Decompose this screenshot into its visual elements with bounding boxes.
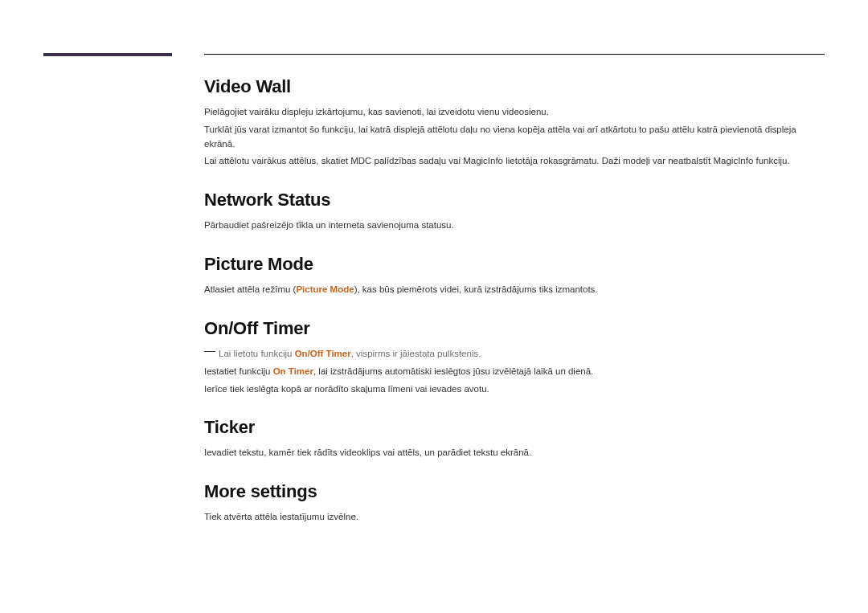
document-content: Video WallPielāgojiet vairāku displeju i… bbox=[204, 76, 825, 528]
body-text: Lai attēlotu vairākus attēlus, skatiet M… bbox=[204, 154, 825, 169]
section-heading: Picture Mode bbox=[204, 254, 825, 275]
section-heading: Network Status bbox=[204, 190, 825, 210]
highlight-term: On/Off Timer bbox=[295, 349, 351, 358]
highlight-term: Picture Mode bbox=[296, 284, 354, 294]
body-text: Lai lietotu funkciju On/Off Timer, vispi… bbox=[204, 347, 825, 362]
accent-bar bbox=[43, 53, 172, 56]
section-heading: Ticker bbox=[204, 417, 825, 438]
body-text: Turklāt jūs varat izmantot šo funkciju, … bbox=[204, 123, 825, 152]
body-text: Iestatiet funkciju On Timer, lai izstrād… bbox=[204, 365, 825, 379]
highlight-term: On Timer bbox=[273, 366, 313, 376]
divider-line bbox=[204, 54, 825, 55]
note-dash-icon bbox=[204, 351, 215, 352]
note-text: Lai lietotu funkciju On/Off Timer, vispi… bbox=[219, 349, 481, 358]
body-text: Atlasiet attēla režīmu (Picture Mode), k… bbox=[204, 283, 825, 297]
body-text: Tiek atvērta attēla iestatījumu izvēlne. bbox=[204, 510, 825, 525]
section-heading: On/Off Timer bbox=[204, 318, 825, 339]
body-text: Pārbaudiet pašreizējo tīkla un interneta… bbox=[204, 219, 825, 233]
body-text: Ierīce tiek ieslēgta kopā ar norādīto sk… bbox=[204, 382, 825, 397]
section-heading: More settings bbox=[204, 481, 825, 502]
body-text: Pielāgojiet vairāku displeju izkārtojumu… bbox=[204, 105, 825, 120]
section-heading: Video Wall bbox=[204, 76, 825, 97]
body-text: Ievadiet tekstu, kamēr tiek rādīts video… bbox=[204, 446, 825, 460]
